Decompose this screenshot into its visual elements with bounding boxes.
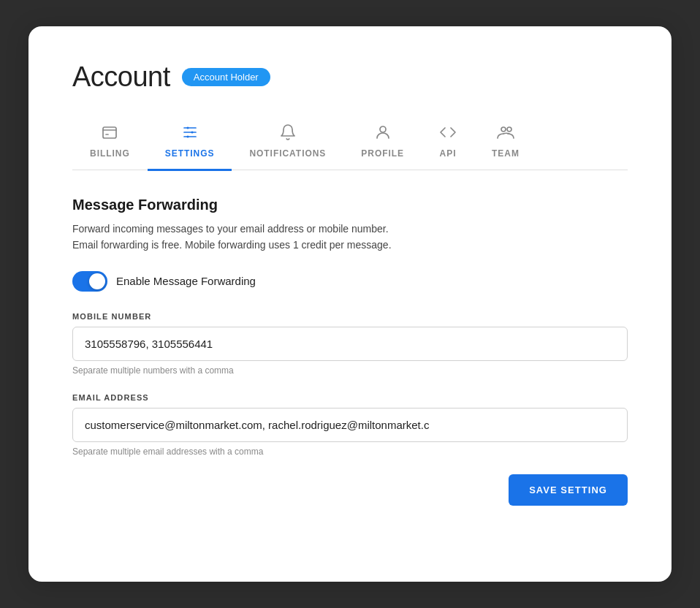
toggle-thumb bbox=[89, 273, 105, 289]
svg-point-11 bbox=[501, 127, 506, 132]
settings-icon bbox=[181, 123, 199, 144]
toggle-row: Enable Message Forwarding bbox=[72, 271, 628, 292]
settings-content: Message Forwarding Forward incoming mess… bbox=[72, 197, 628, 506]
section-title: Message Forwarding bbox=[72, 197, 628, 213]
tab-team[interactable]: TEAM bbox=[474, 118, 537, 171]
svg-rect-0 bbox=[103, 127, 116, 138]
tab-billing[interactable]: BILLING bbox=[72, 118, 148, 171]
tab-profile-label: PROFILE bbox=[361, 148, 404, 159]
tab-team-label: TEAM bbox=[492, 148, 520, 159]
svg-point-10 bbox=[380, 126, 386, 132]
tab-api[interactable]: API bbox=[422, 118, 474, 171]
account-holder-badge: Account Holder bbox=[182, 68, 270, 86]
svg-point-9 bbox=[186, 135, 189, 137]
tab-notifications[interactable]: NOTIFICATIONS bbox=[232, 118, 343, 171]
notifications-icon bbox=[279, 123, 297, 144]
mobile-hint: Separate multiple numbers with a comma bbox=[72, 365, 628, 376]
tab-nav: BILLING SETTINGS bbox=[72, 116, 628, 170]
api-icon bbox=[439, 123, 457, 144]
tab-profile[interactable]: PROFILE bbox=[343, 118, 422, 171]
tab-notifications-label: NOTIFICATIONS bbox=[249, 148, 326, 159]
actions-row: SAVE SETTING bbox=[72, 474, 628, 506]
tab-settings-label: SETTINGS bbox=[165, 148, 215, 159]
profile-icon bbox=[374, 123, 392, 144]
tab-api-label: API bbox=[440, 148, 457, 159]
save-setting-button[interactable]: SAVE SETTING bbox=[509, 474, 628, 506]
email-label: EMAIL ADDRESS bbox=[72, 393, 628, 402]
email-address-input[interactable] bbox=[72, 408, 628, 442]
toggle-label: Enable Message Forwarding bbox=[116, 275, 256, 287]
tab-billing-label: BILLING bbox=[90, 148, 130, 159]
svg-point-8 bbox=[191, 131, 193, 133]
billing-icon bbox=[101, 123, 118, 144]
mobile-label: MOBILE NUMBER bbox=[72, 312, 628, 321]
tab-settings[interactable]: SETTINGS bbox=[148, 118, 232, 171]
message-forwarding-toggle[interactable] bbox=[72, 271, 107, 292]
svg-point-7 bbox=[186, 126, 189, 129]
page-title: Account bbox=[72, 61, 170, 93]
account-card: Account Account Holder BILLING bbox=[28, 26, 672, 582]
mobile-field-group: MOBILE NUMBER Separate multiple numbers … bbox=[72, 312, 628, 376]
section-description: Forward incoming messages to your email … bbox=[72, 221, 628, 254]
page-header: Account Account Holder bbox=[72, 61, 628, 93]
team-icon bbox=[497, 123, 514, 144]
email-field-group: EMAIL ADDRESS Separate multiple email ad… bbox=[72, 393, 628, 457]
email-hint: Separate multiple email addresses with a… bbox=[72, 446, 628, 457]
svg-point-12 bbox=[507, 127, 511, 132]
mobile-number-input[interactable] bbox=[72, 327, 628, 361]
